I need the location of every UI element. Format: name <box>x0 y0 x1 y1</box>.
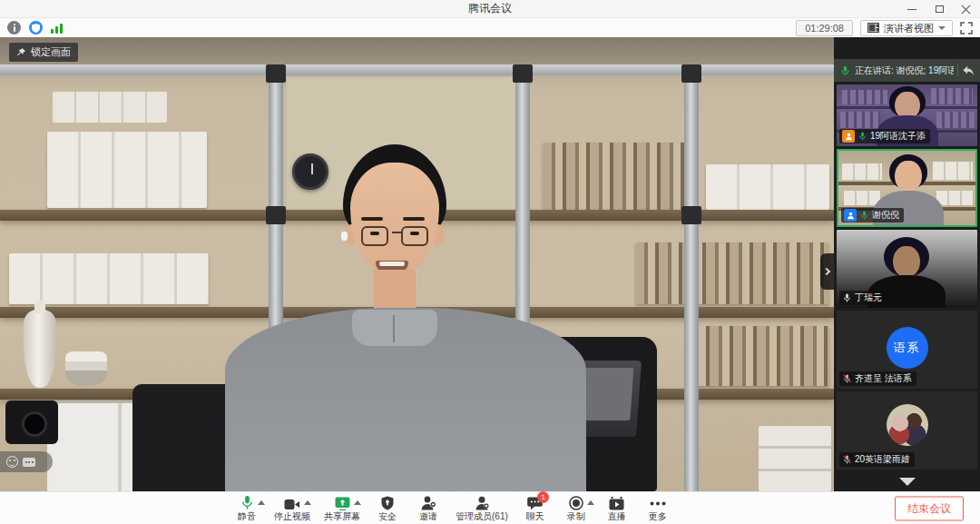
avatar <box>887 404 928 446</box>
white-vase <box>24 310 56 388</box>
close-button[interactable] <box>953 0 980 18</box>
share-screen-icon <box>335 497 350 510</box>
books-row <box>635 242 829 304</box>
mic-muted-icon <box>842 454 852 465</box>
participant-tile[interactable]: 19阿语沈子添 <box>837 84 977 146</box>
storage-boxes <box>759 426 831 491</box>
participant-tile[interactable]: 20英语梁雨婧 <box>837 391 977 470</box>
bowl-stack <box>65 351 107 386</box>
participant-name-bar: 谢倪倪 <box>841 208 904 222</box>
mute-button[interactable]: 静音 <box>233 495 260 521</box>
glasses-bridge <box>392 232 401 233</box>
participant-name: 齐道呈 法语系 <box>855 372 912 385</box>
wall-clock <box>292 153 328 190</box>
banner-divider <box>957 64 958 76</box>
storage-boxes <box>53 92 167 123</box>
title-bar: 腾讯会议 <box>0 0 980 18</box>
chevron-right-icon <box>822 268 829 275</box>
video-options-caret[interactable] <box>304 500 311 505</box>
participant-name-bar: 丁瑞元 <box>839 291 887 305</box>
books-row <box>543 143 688 210</box>
end-meeting-button[interactable]: 结束会议 <box>895 496 964 520</box>
fullscreen-icon <box>960 22 973 35</box>
chat-button[interactable]: 1 聊天 <box>522 495 549 521</box>
app-title: 腾讯会议 <box>468 1 512 16</box>
participant-tiles: 19阿语沈子添 <box>837 84 977 470</box>
participant-tile[interactable]: 丁瑞元 <box>837 230 977 308</box>
invite-person-icon <box>421 496 436 510</box>
pin-view-label: 锁定画面 <box>31 45 71 59</box>
speaker-eyebrow <box>361 217 383 221</box>
mute-options-caret[interactable] <box>258 500 265 505</box>
pin-view-tooltip[interactable]: 锁定画面 <box>9 43 78 62</box>
record-options-caret[interactable] <box>587 500 594 505</box>
books-row <box>686 326 829 386</box>
participant-name-bar: 19阿语沈子添 <box>839 129 930 143</box>
protection-icon[interactable] <box>29 21 43 35</box>
minimize-button[interactable] <box>898 0 926 18</box>
meeting-timer: 01:29:08 <box>796 20 853 36</box>
scroll-down-icon[interactable] <box>899 478 916 486</box>
chair-left <box>132 384 240 491</box>
speaking-banner: 正在讲话: 谢倪倪; 19阿语... <box>834 59 980 82</box>
sweater-collar <box>352 310 437 346</box>
storage-boxes <box>9 253 209 304</box>
participant-name-bar: 齐道呈 法语系 <box>839 371 916 386</box>
chat-unread-badge: 1 <box>537 491 549 503</box>
reply-arrow-icon[interactable] <box>962 65 975 76</box>
wall-background <box>0 37 834 68</box>
live-stream-button[interactable]: 直播 <box>603 495 631 521</box>
maximize-button[interactable] <box>926 0 953 18</box>
meeting-info-icon[interactable] <box>7 21 21 35</box>
more-button[interactable]: 更多 <box>644 495 671 521</box>
participant-name: 19阿语沈子添 <box>870 130 926 143</box>
layout-icon <box>867 23 879 33</box>
stop-video-button[interactable]: 停止视频 <box>274 495 310 521</box>
emoji-icon <box>6 456 18 468</box>
reaction-overlay[interactable] <box>0 451 53 472</box>
network-signal-icon[interactable] <box>51 23 63 34</box>
post-clamp <box>681 206 701 224</box>
mic-icon <box>842 292 852 303</box>
participant-name-bar: 20英语梁雨婧 <box>839 452 915 467</box>
camera-prop <box>5 400 58 444</box>
hand-raised-icon <box>842 130 855 143</box>
main-video-stage[interactable]: 锁定画面 <box>0 37 834 491</box>
sidebar-collapse-handle[interactable] <box>820 253 834 290</box>
invite-button[interactable]: 邀请 <box>415 495 442 521</box>
bottom-toolbar: 静音 停止视频 共享屏幕 <box>0 491 980 524</box>
avatar: 语系 <box>887 327 928 369</box>
post-clamp <box>266 206 286 224</box>
storage-boxes <box>47 132 207 208</box>
live-icon <box>609 497 624 510</box>
mic-icon <box>839 64 851 77</box>
record-icon <box>569 496 583 510</box>
more-reactions-icon <box>23 458 35 467</box>
share-screen-button[interactable]: 共享屏幕 <box>324 495 360 521</box>
maximize-icon <box>936 5 944 13</box>
mic-icon <box>859 210 869 221</box>
security-button[interactable]: 安全 <box>374 495 401 521</box>
participant-tile[interactable]: 谢倪倪 <box>837 149 977 227</box>
metal-post <box>684 64 699 491</box>
members-icon <box>475 496 489 510</box>
avatar-text: 语系 <box>894 340 921 356</box>
earbud <box>341 232 348 241</box>
view-mode-button[interactable]: 演讲者视图 <box>860 20 953 36</box>
record-button[interactable]: 录制 <box>563 495 590 521</box>
pin-icon <box>16 47 26 57</box>
participants-sidebar: 正在讲话: 谢倪倪; 19阿语... <box>834 37 980 491</box>
participant-tile[interactable]: 语系 齐道呈 法语系 <box>837 311 977 389</box>
glasses <box>361 226 388 246</box>
share-options-caret[interactable] <box>354 500 361 505</box>
participant-name: 谢倪倪 <box>872 209 899 222</box>
participant-name: 丁瑞元 <box>855 292 882 304</box>
speaking-banner-text: 正在讲话: 谢倪倪; 19阿语... <box>855 64 954 77</box>
speaker-eye <box>410 232 419 235</box>
fullscreen-button[interactable] <box>960 22 973 35</box>
header-right-controls: 01:29:08 演讲者视图 <box>796 20 973 36</box>
glasses <box>401 226 428 246</box>
shelf-top-beam <box>0 64 834 75</box>
shield-glyph <box>32 24 40 33</box>
manage-members-button[interactable]: 管理成员(61) <box>456 495 508 521</box>
